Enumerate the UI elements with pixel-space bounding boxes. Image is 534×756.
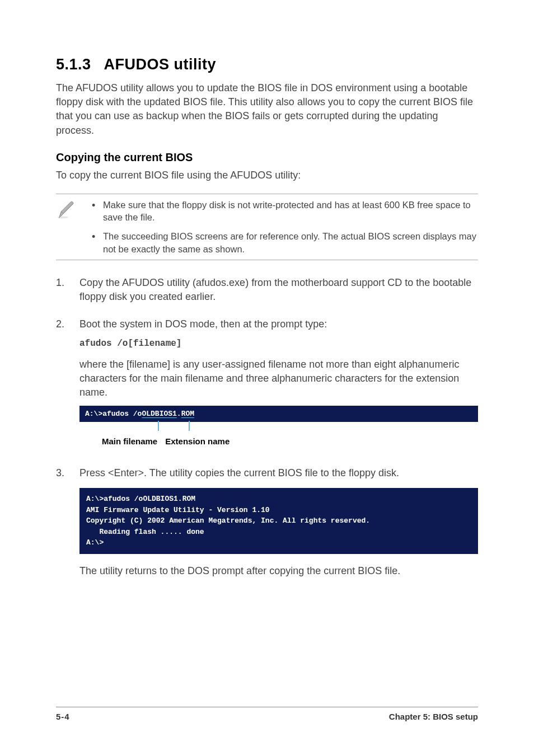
step-text: Press <Enter>. The utility copies the cu… [79,466,478,480]
note-item: Make sure that the floppy disk is not wr… [87,199,478,224]
step-list: 1. Copy the AFUDOS utility (afudos.exe) … [56,276,478,584]
filename-diagram: A:\>afudos /oOLDBIOS1.ROM Main filename … [79,406,478,448]
subsection-heading: Copying the current BIOS [56,151,478,164]
terminal-ext: ROM [181,410,194,418]
terminal-line: A:\>afudos /oOLDBIOS1.ROM [79,406,478,422]
section-number: 5.1.3 [56,56,91,73]
step-number: 2. [56,317,69,458]
section-intro: The AFUDOS utility allows you to update … [56,81,478,138]
terminal-dot: . [177,410,181,418]
step-text: Boot the system in DOS mode, then at the… [79,317,478,331]
chapter-label: Chapter 5: BIOS setup [389,712,478,721]
terminal-output: A:\>afudos /oOLDBIOS1.ROM AMI Firmware U… [79,488,478,554]
label-extension-name: Extension name [165,435,229,447]
note-box: Make sure that the floppy disk is not wr… [56,194,478,260]
connector-line [158,421,159,431]
step-number: 1. [56,276,69,309]
connector-line [189,421,190,431]
step-number: 3. [56,466,69,584]
step-after: The utility returns to the DOS prompt af… [79,564,478,578]
subsection-intro: To copy the current BIOS file using the … [56,168,478,182]
terminal-main-filename: OLDBIOS1 [142,410,176,418]
page-footer: 5-4 Chapter 5: BIOS setup [56,707,478,721]
note-content: Make sure that the floppy disk is not wr… [87,199,478,255]
svg-point-0 [58,216,68,218]
terminal-prefix: A:\>afudos /o [85,410,142,418]
label-main-filename: Main filename [102,435,157,447]
note-item: The succeeding BIOS screens are for refe… [87,230,478,255]
step-desc: where the [filename] is any user-assigne… [79,358,478,400]
step-text: Copy the AFUDOS utility (afudos.exe) fro… [79,276,478,304]
code-command: afudos /o[filename] [79,337,478,350]
step-1: 1. Copy the AFUDOS utility (afudos.exe) … [56,276,478,309]
pencil-icon [56,199,78,223]
page-number: 5-4 [56,712,70,721]
step-3: 3. Press <Enter>. The utility copies the… [56,466,478,584]
step-2: 2. Boot the system in DOS mode, then at … [56,317,478,458]
section-heading: 5.1.3 AFUDOS utility [56,56,478,73]
section-title: AFUDOS utility [104,56,217,73]
